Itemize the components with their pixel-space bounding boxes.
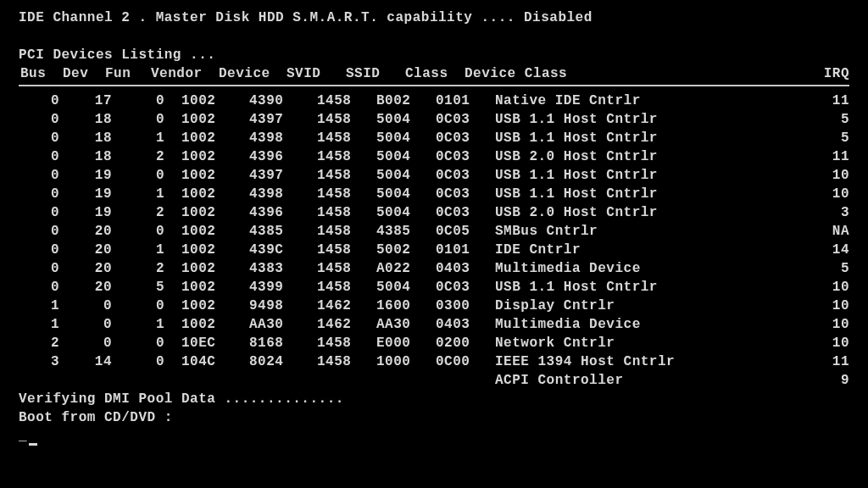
cell-device: 8168 (249, 334, 317, 352)
cell-class: 0C03 (436, 110, 495, 129)
cell-dclass: USB 2.0 Host Cntrlr (495, 147, 807, 166)
cell-irq: 10 (807, 315, 849, 334)
cell-bus: 0 (19, 147, 71, 166)
cell-svid: 1458 (317, 147, 376, 166)
cell-bus: 2 (19, 334, 71, 352)
cell-bus: 1 (19, 297, 71, 315)
cell-irq: 10 (807, 334, 849, 352)
cell-vendor: 1002 (176, 259, 249, 278)
cell-class: 0300 (436, 297, 495, 315)
cell-dclass: Multimedia Device (495, 259, 807, 278)
cell-vendor: 1002 (176, 147, 249, 166)
cell-irq: 10 (807, 278, 849, 297)
cell-svid: 1458 (317, 203, 376, 222)
cell-class: 0101 (436, 92, 495, 110)
cell-dev: 19 (71, 166, 124, 185)
table-row: 10010029498146216000300Display Cntrlr10 (19, 297, 849, 315)
cell-vendor: 1002 (176, 110, 249, 129)
cell-class: 0200 (436, 334, 495, 352)
cell-svid: 1458 (317, 110, 376, 129)
cell-irq: 5 (807, 259, 849, 278)
cell-fun: 0 (124, 222, 176, 241)
cell-device: 4397 (249, 110, 317, 129)
cell-dev: 20 (71, 259, 124, 278)
cell-ssid: B002 (376, 92, 436, 110)
cell-dclass: USB 1.1 Host Cntrlr (495, 166, 807, 185)
cell-vendor: 1002 (176, 203, 249, 222)
cell-ssid: 5004 (376, 129, 436, 147)
cell-svid: 1458 (317, 185, 376, 203)
table-row: 3140104C8024145810000C00IEEE 1394 Host C… (19, 352, 849, 371)
cell-fun: 0 (124, 166, 176, 185)
ide-status-line: IDE Channel 2 . Master Disk HDD S.M.A.R.… (19, 8, 849, 27)
table-row: 0202100243831458A0220403Multimedia Devic… (19, 259, 849, 278)
cell-ssid: 5004 (376, 278, 436, 297)
cell-svid: 1458 (317, 278, 376, 297)
cell-class: 0C05 (436, 222, 495, 241)
cell-fun: 0 (124, 334, 176, 352)
cell-class: 0403 (436, 315, 495, 334)
cell-dev: 18 (71, 129, 124, 147)
cell-bus: 0 (19, 185, 71, 203)
table-row: 0170100243901458B0020101Native IDE Cntrl… (19, 92, 849, 110)
cell-fun: 1 (124, 241, 176, 259)
cell-irq: 11 (807, 147, 849, 166)
cell-bus: 0 (19, 203, 71, 222)
cell-class: 0C00 (436, 352, 495, 371)
cell-ssid: 5004 (376, 110, 436, 129)
cell-fun: 1 (124, 129, 176, 147)
cell-svid: 1462 (317, 315, 376, 334)
cell-svid: 1458 (317, 92, 376, 110)
cell-ssid: AA30 (376, 315, 436, 334)
acpi-irq: 9 (807, 371, 849, 390)
cell-fun: 2 (124, 147, 176, 166)
cell-fun: 2 (124, 203, 176, 222)
cell-class: 0C03 (436, 278, 495, 297)
cell-ssid: 5002 (376, 241, 436, 259)
cell-vendor: 1002 (176, 129, 249, 147)
col-irq: IRQ (807, 64, 849, 83)
cell-svid: 1458 (317, 241, 376, 259)
cell-dclass: IEEE 1394 Host Cntrlr (495, 352, 807, 371)
cell-bus: 0 (19, 222, 71, 241)
cell-ssid: 1000 (376, 352, 436, 371)
cell-fun: 0 (124, 110, 176, 129)
cell-dev: 20 (71, 241, 124, 259)
table-row: 1011002AA301462AA300403Multimedia Device… (19, 315, 849, 334)
cell-fun: 0 (124, 297, 176, 315)
table-row: 019110024398145850040C03USB 1.1 Host Cnt… (19, 185, 849, 203)
cell-ssid: 5004 (376, 203, 436, 222)
table-row: 019210024396145850040C03USB 2.0 Host Cnt… (19, 203, 849, 222)
cell-bus: 0 (19, 278, 71, 297)
cell-bus: 1 (19, 315, 71, 334)
col-ssid: SSID (346, 64, 405, 83)
cell-svid: 1462 (317, 297, 376, 315)
cell-device: 439C (249, 241, 317, 259)
cell-class: 0C03 (436, 166, 495, 185)
cell-class: 0C03 (436, 129, 495, 147)
cell-class: 0C03 (436, 203, 495, 222)
cell-vendor: 1002 (176, 92, 249, 110)
cell-bus: 0 (19, 110, 71, 129)
bios-post-screen: IDE Channel 2 . Master Disk HDD S.M.A.R.… (0, 0, 868, 488)
cell-ssid: 5004 (376, 166, 436, 185)
table-row: 02011002439C145850020101IDE Cntrlr14 (19, 241, 849, 259)
cell-dclass: USB 1.1 Host Cntrlr (495, 185, 807, 203)
cell-svid: 1458 (317, 129, 376, 147)
table-row: 018010024397145850040C03USB 1.1 Host Cnt… (19, 110, 849, 129)
col-bus: Bus (19, 64, 61, 83)
cell-dev: 18 (71, 110, 124, 129)
cell-irq: 14 (807, 241, 849, 259)
cell-class: 0C03 (436, 185, 495, 203)
cell-dclass: SMBus Cntrlr (495, 222, 807, 241)
cell-device: 4385 (249, 222, 317, 241)
cursor (29, 443, 37, 446)
cell-class: 0101 (436, 241, 495, 259)
cell-bus: 3 (19, 352, 71, 371)
cell-dclass: USB 1.1 Host Cntrlr (495, 278, 807, 297)
cell-irq: 11 (807, 352, 849, 371)
verify-dmi-line: Verifying DMI Pool Data .............. (19, 390, 849, 408)
cell-irq: 3 (807, 203, 849, 222)
table-row: 020010024385145843850C05SMBus CntrlrNA (19, 222, 849, 241)
cell-device: 4398 (249, 129, 317, 147)
